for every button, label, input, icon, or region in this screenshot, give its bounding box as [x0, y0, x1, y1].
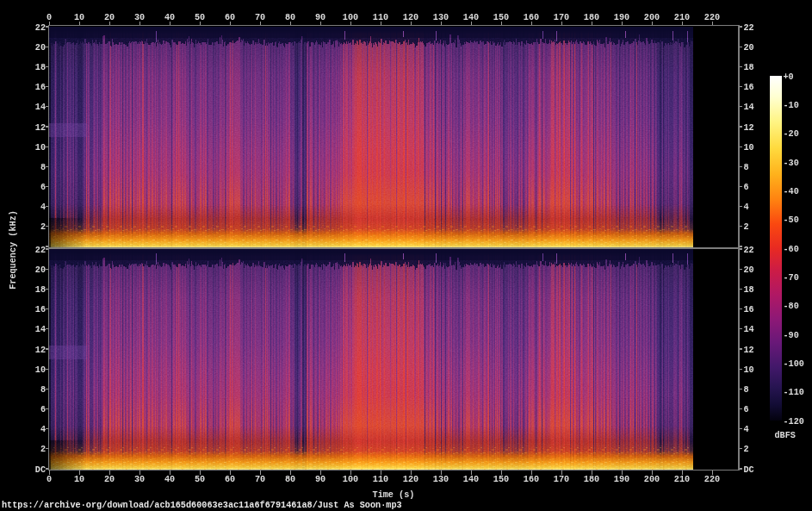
svg-text:70: 70	[255, 475, 265, 484]
svg-text:-110: -110	[784, 388, 804, 397]
svg-text:40: 40	[164, 475, 175, 484]
svg-text:14: 14	[743, 325, 753, 334]
svg-text:190: 190	[614, 475, 629, 484]
svg-text:2: 2	[743, 445, 748, 454]
svg-text:20: 20	[35, 265, 46, 275]
svg-text:16: 16	[35, 83, 46, 92]
svg-text:30: 30	[134, 13, 145, 22]
svg-text:160: 160	[524, 13, 539, 22]
svg-text:150: 150	[493, 475, 509, 484]
svg-text:6: 6	[743, 405, 748, 414]
svg-text:6: 6	[40, 405, 46, 414]
svg-text:2: 2	[40, 222, 46, 232]
svg-text:18: 18	[743, 285, 753, 295]
svg-text:22: 22	[743, 23, 753, 33]
svg-text:70: 70	[255, 13, 265, 22]
svg-text:30: 30	[134, 475, 145, 484]
svg-text:10: 10	[35, 143, 46, 153]
svg-text:160: 160	[524, 475, 539, 484]
svg-text:0: 0	[46, 13, 52, 22]
svg-text:170: 170	[554, 13, 569, 22]
svg-text:50: 50	[195, 475, 205, 484]
svg-text:80: 80	[285, 475, 295, 484]
svg-text:130: 130	[433, 13, 449, 22]
svg-text:140: 140	[463, 13, 479, 22]
svg-text:-80: -80	[784, 302, 799, 311]
svg-text:20: 20	[104, 13, 115, 22]
svg-text:10: 10	[74, 475, 84, 484]
svg-text:120: 120	[403, 13, 418, 22]
svg-text:dBFS: dBFS	[775, 431, 796, 440]
svg-text:DC: DC	[743, 465, 753, 475]
svg-text:2: 2	[40, 445, 46, 454]
svg-text:-90: -90	[784, 331, 799, 340]
svg-text:-40: -40	[784, 187, 799, 196]
svg-text:10: 10	[74, 13, 84, 22]
svg-text:22: 22	[35, 23, 46, 33]
svg-text:14: 14	[743, 103, 753, 112]
svg-text:-120: -120	[784, 417, 804, 427]
svg-text:22: 22	[35, 246, 46, 255]
svg-text:0: 0	[46, 475, 52, 484]
svg-text:180: 180	[584, 475, 599, 484]
svg-text:170: 170	[554, 475, 569, 484]
svg-text:90: 90	[315, 475, 325, 484]
svg-text:18: 18	[35, 63, 46, 72]
svg-text:90: 90	[315, 13, 325, 22]
svg-text:-30: -30	[784, 159, 799, 168]
svg-text:20: 20	[104, 475, 115, 484]
svg-text:12: 12	[743, 346, 753, 355]
svg-text:210: 210	[674, 13, 690, 22]
svg-text:80: 80	[285, 13, 295, 22]
svg-text:60: 60	[225, 475, 235, 484]
svg-text:4: 4	[40, 203, 46, 212]
svg-text:12: 12	[35, 346, 46, 355]
svg-text:20: 20	[35, 43, 46, 53]
svg-text:16: 16	[743, 83, 753, 92]
svg-text:120: 120	[403, 475, 418, 484]
svg-text:16: 16	[35, 305, 46, 315]
svg-text:6: 6	[743, 183, 748, 192]
svg-text:40: 40	[164, 13, 175, 22]
svg-text:-100: -100	[784, 359, 804, 369]
svg-text:-70: -70	[784, 273, 799, 283]
svg-text:100: 100	[343, 13, 358, 22]
svg-text:10: 10	[35, 365, 46, 375]
svg-text:6: 6	[40, 183, 46, 192]
svg-text:50: 50	[195, 13, 205, 22]
svg-text:Frequency (kHz): Frequency (kHz)	[9, 210, 18, 290]
svg-text:8: 8	[743, 385, 748, 395]
svg-text:100: 100	[343, 475, 358, 484]
svg-text:Time (s): Time (s)	[373, 490, 415, 500]
svg-text:150: 150	[493, 13, 509, 22]
svg-text:4: 4	[743, 203, 748, 212]
svg-text:18: 18	[35, 285, 46, 295]
svg-text:180: 180	[584, 13, 599, 22]
svg-text:18: 18	[743, 63, 753, 72]
svg-text:220: 220	[704, 13, 720, 22]
svg-text:DC: DC	[35, 465, 46, 475]
svg-text:https://archive·org/download/a: https://archive·org/download/acb165d6006…	[2, 501, 402, 510]
svg-text:-10: -10	[784, 101, 799, 110]
svg-text:12: 12	[35, 123, 46, 133]
svg-text:12: 12	[743, 123, 753, 133]
svg-text:14: 14	[35, 325, 46, 334]
svg-text:2: 2	[743, 222, 748, 232]
svg-text:110: 110	[373, 13, 388, 22]
svg-text:60: 60	[225, 13, 235, 22]
svg-text:220: 220	[704, 475, 720, 484]
svg-text:200: 200	[644, 13, 660, 22]
svg-text:+0: +0	[784, 72, 794, 82]
svg-text:-20: -20	[784, 129, 799, 139]
svg-text:14: 14	[35, 103, 46, 112]
svg-text:190: 190	[614, 13, 629, 22]
svg-text:22: 22	[743, 246, 753, 255]
svg-text:4: 4	[40, 425, 46, 434]
svg-text:-60: -60	[784, 245, 799, 254]
svg-text:8: 8	[743, 163, 748, 172]
svg-text:4: 4	[743, 425, 748, 434]
svg-text:20: 20	[743, 265, 753, 275]
svg-text:110: 110	[373, 475, 388, 484]
svg-text:130: 130	[433, 475, 449, 484]
svg-text:-50: -50	[784, 215, 799, 225]
